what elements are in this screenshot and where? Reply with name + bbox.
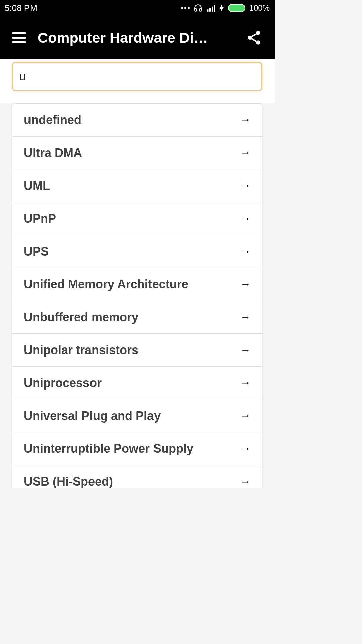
list-item-label: UPS xyxy=(24,245,49,259)
svg-point-6 xyxy=(256,40,260,45)
status-indicators: 100% xyxy=(181,3,270,13)
svg-rect-2 xyxy=(212,7,213,12)
list-item-label: Universal Plug and Play xyxy=(24,409,161,423)
arrow-right-icon: → xyxy=(240,179,251,192)
more-icon xyxy=(181,7,190,9)
list-item-label: USB (Hi-Speed) xyxy=(24,475,113,488)
svg-point-5 xyxy=(248,36,252,40)
list-item-label: Unbuffered memory xyxy=(24,310,138,324)
svg-rect-3 xyxy=(214,5,215,12)
svg-rect-0 xyxy=(207,9,208,12)
results-list: undefined → Ultra DMA → UML → UPnP → UPS… xyxy=(12,103,262,488)
arrow-right-icon: → xyxy=(240,344,251,356)
list-item-label: Uniprocessor xyxy=(24,376,102,390)
arrow-right-icon: → xyxy=(240,278,251,290)
list-item-label: undefined xyxy=(24,113,81,127)
search-container xyxy=(0,59,275,103)
list-item[interactable]: Universal Plug and Play → xyxy=(12,399,262,432)
list-item[interactable]: undefined → xyxy=(12,104,262,137)
arrow-right-icon: → xyxy=(240,410,251,422)
arrow-right-icon: → xyxy=(240,245,251,258)
arrow-right-icon: → xyxy=(240,476,251,488)
list-item-label: Uninterruptible Power Supply xyxy=(24,442,193,456)
battery-percent: 100% xyxy=(249,3,270,13)
charging-icon xyxy=(219,4,224,12)
list-item-label: Unified Memory Architecture xyxy=(24,277,188,291)
arrow-right-icon: → xyxy=(240,377,251,389)
headphones-icon xyxy=(194,4,202,12)
menu-icon[interactable] xyxy=(12,32,26,43)
share-icon[interactable] xyxy=(246,28,262,47)
arrow-right-icon: → xyxy=(240,114,251,126)
arrow-right-icon: → xyxy=(240,311,251,323)
arrow-right-icon: → xyxy=(240,212,251,225)
list-item-label: UPnP xyxy=(24,212,56,226)
status-bar: 5:08 PM 100% xyxy=(0,0,275,16)
list-item-label: Ultra DMA xyxy=(24,146,82,160)
svg-point-4 xyxy=(256,31,260,35)
svg-line-8 xyxy=(252,39,257,41)
list-item[interactable]: USB (Hi-Speed) → xyxy=(12,465,262,488)
list-item[interactable]: Unipolar transistors → xyxy=(12,334,262,367)
list-item[interactable]: Unbuffered memory → xyxy=(12,301,262,334)
svg-line-7 xyxy=(252,34,257,37)
list-item[interactable]: UPnP → xyxy=(12,202,262,235)
search-input[interactable] xyxy=(13,63,261,90)
app-title: Computer Hardware Di… xyxy=(38,30,234,46)
svg-rect-1 xyxy=(209,8,210,12)
list-item[interactable]: UML → xyxy=(12,169,262,202)
app-bar: Computer Hardware Di… xyxy=(0,16,275,59)
list-item[interactable]: Uninterruptible Power Supply → xyxy=(12,432,262,465)
signal-icon xyxy=(206,4,215,12)
arrow-right-icon: → xyxy=(240,147,251,159)
list-item[interactable]: UPS → xyxy=(12,235,262,268)
battery-icon xyxy=(228,4,245,12)
list-item-label: UML xyxy=(24,179,50,193)
status-time: 5:08 PM xyxy=(5,3,37,13)
arrow-right-icon: → xyxy=(240,442,251,455)
list-item[interactable]: Unified Memory Architecture → xyxy=(12,268,262,301)
list-item[interactable]: Ultra DMA → xyxy=(12,137,262,169)
list-item[interactable]: Uniprocessor → xyxy=(12,367,262,399)
search-wrapper xyxy=(12,62,262,91)
list-item-label: Unipolar transistors xyxy=(24,343,138,357)
